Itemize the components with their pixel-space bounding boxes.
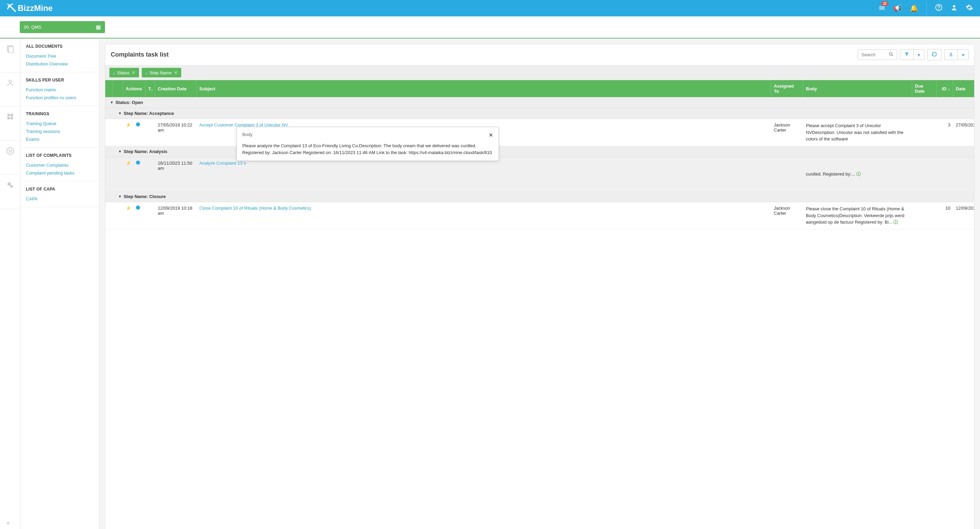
filter-button[interactable] <box>900 49 913 60</box>
col-id[interactable]: ID ↓ <box>937 80 953 97</box>
col-actions[interactable]: Actions <box>123 80 145 97</box>
icon-rail <box>0 38 21 529</box>
nav-section-skills: SKILLS PER USER Function matrix Function… <box>21 72 99 106</box>
nav-link-function-matrix[interactable]: Function matrix <box>26 86 94 94</box>
gears-rail-icon[interactable] <box>0 175 20 209</box>
search-button[interactable] <box>885 50 897 60</box>
cell-body: curdled. Registered by:... ⓘ <box>803 161 912 178</box>
svg-point-13 <box>8 182 11 186</box>
megaphone-icon[interactable]: 📢 <box>893 4 902 12</box>
col-type[interactable]: T.. <box>145 80 155 97</box>
bolt-icon[interactable]: ⚡ <box>123 161 133 166</box>
collapse-icon: ▼ <box>118 112 122 115</box>
search-input[interactable] <box>858 50 885 59</box>
sad-rail-icon[interactable] <box>0 141 20 175</box>
cell-enddate: 27/05/201 <box>953 123 974 127</box>
mail-badge: 32 <box>881 2 888 6</box>
workspace-row: 00. QMS ▦ <box>0 16 980 38</box>
refresh-button[interactable] <box>927 49 942 61</box>
nav-link-customer-complaints[interactable]: Customer Complaints <box>26 161 94 169</box>
svg-rect-6 <box>7 114 10 116</box>
group-status-row[interactable]: ▼ Status: Open <box>105 97 974 108</box>
bell-icon[interactable]: 🔔 <box>910 4 918 12</box>
group-step-row[interactable]: ▼ Step Name: Analysis <box>105 146 974 157</box>
task-list-card: Complaints task list ▾ <box>105 44 975 529</box>
nav-section-capa: LIST OF CAPA CAPA <box>21 181 99 207</box>
sidebar-nav: ALL DOCUMENTS Document Tree Distribution… <box>21 38 100 529</box>
svg-rect-8 <box>7 117 10 119</box>
svg-rect-4 <box>8 47 13 53</box>
subject-link[interactable]: Analyze Complaint 13 o <box>197 161 771 166</box>
export-group: ▾ <box>944 49 969 60</box>
col-body[interactable]: Body <box>803 80 912 97</box>
nav-link-distribution-overview[interactable]: Distribution Overview <box>26 60 94 68</box>
card-header: Complaints task list ▾ <box>105 44 974 65</box>
mail-icon[interactable]: ✉32 <box>879 4 885 12</box>
chip-close-icon[interactable]: ✕ <box>174 70 178 75</box>
grid-rail-icon[interactable] <box>0 107 20 141</box>
svg-point-10 <box>7 148 14 155</box>
group-step-row[interactable]: ▼ Step Name: Closure <box>105 191 974 202</box>
col-subject[interactable]: Subject <box>197 80 771 97</box>
tooltip-header: Body ✕ <box>242 132 493 139</box>
nav-link-document-tree[interactable]: Document Tree <box>26 52 94 60</box>
nav-heading: LIST OF COMPLAINTS <box>26 153 94 158</box>
nav-link-training-queue[interactable]: Training Queue <box>26 120 94 127</box>
group-step-row[interactable]: ▼ Step Name: Acceptance <box>105 108 974 119</box>
chip-step-name[interactable]: ↓ Step Name ✕ <box>142 68 181 77</box>
nav-link-training-sessions[interactable]: Training sessions <box>26 127 94 135</box>
cell-date: 27/05/2019 10:22 am <box>155 123 197 132</box>
app-header: ⛏ BizzMine ✉32 📢 🔔 <box>0 0 980 16</box>
bolt-icon[interactable]: ⚡ <box>123 206 133 210</box>
chip-close-icon[interactable]: ✕ <box>132 70 135 75</box>
workspace-badge[interactable]: 00. QMS ▦ <box>20 21 105 33</box>
col-expand <box>105 80 113 97</box>
collapse-sidebar-icon[interactable]: « <box>7 520 10 526</box>
svg-point-5 <box>9 80 11 83</box>
info-icon[interactable]: ⓘ <box>856 171 861 177</box>
group-label: Step Name: Closure <box>124 194 166 199</box>
col-expand2 <box>113 80 123 97</box>
settings-icon[interactable] <box>966 4 973 13</box>
nav-heading: ALL DOCUMENTS <box>26 44 94 49</box>
nav-heading: TRAININGS <box>26 112 94 116</box>
nav-link-function-profiles[interactable]: Function profiles vs users <box>26 94 94 102</box>
svg-rect-9 <box>10 117 13 119</box>
page-title: Complaints task list <box>111 51 169 58</box>
toolbar: ▾ ▾ <box>858 49 969 61</box>
table-row: ⚡ 16/11/2023 11:50 am Analyze Complaint … <box>105 157 974 191</box>
nav-link-complaint-pending[interactable]: Complaint pending tasks <box>26 169 94 177</box>
tooltip-title: Body <box>242 132 253 139</box>
sort-down-icon: ↓ <box>113 70 115 75</box>
documents-rail-icon[interactable] <box>0 38 20 73</box>
bolt-icon[interactable]: ⚡ <box>123 123 133 127</box>
nav-section-documents: ALL DOCUMENTS Document Tree Distribution… <box>21 38 99 72</box>
col-assigned[interactable]: Assigned To <box>771 80 803 97</box>
status-dot-icon <box>136 161 140 165</box>
user-icon[interactable] <box>951 4 958 13</box>
sort-down-icon: ↓ <box>145 70 148 75</box>
cell-body: Please close the Complaint 10 of Rituals… <box>803 206 912 226</box>
col-date[interactable]: Date <box>953 80 974 97</box>
svg-rect-7 <box>10 114 13 116</box>
subject-link[interactable]: Close Complaint 10 of Rituals (Home & Bo… <box>197 206 771 210</box>
status-dot-icon <box>136 123 140 126</box>
col-creation-date[interactable]: Creation Date <box>155 80 197 97</box>
group-label: Step Name: Acceptance <box>124 111 174 116</box>
cell-body: Please accept Complaint 3 of Unicolor NV… <box>803 123 912 142</box>
collapse-icon: ▼ <box>110 100 113 104</box>
col-due[interactable]: Due Date <box>912 80 937 97</box>
chip-status[interactable]: ↓ Status ✕ <box>110 68 139 77</box>
export-button[interactable] <box>944 49 958 60</box>
filter-dropdown-button[interactable]: ▾ <box>913 49 924 60</box>
export-dropdown-button[interactable]: ▾ <box>958 49 969 60</box>
close-icon[interactable]: ✕ <box>488 132 493 139</box>
help-icon[interactable] <box>935 4 942 13</box>
search-box <box>858 49 897 60</box>
nav-link-capa[interactable]: CAPA <box>26 195 94 203</box>
info-icon[interactable]: ⓘ <box>893 220 898 225</box>
sort-down-icon: ↓ <box>948 86 950 91</box>
user-rail-icon[interactable] <box>0 73 20 107</box>
nav-link-exams[interactable]: Exams <box>26 135 94 143</box>
cell-id: 3 <box>937 123 953 127</box>
